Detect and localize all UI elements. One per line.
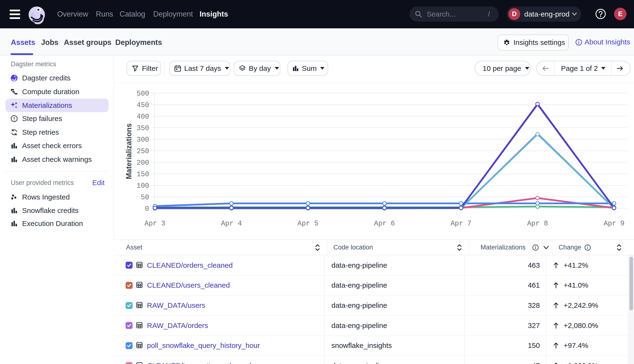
svg-text:Apr 5: Apr 5 [298,220,318,228]
svg-text:100: 100 [137,182,149,190]
svg-text:200: 200 [137,159,149,167]
svg-text:150: 150 [137,170,149,178]
svg-text:Apr 4: Apr 4 [221,220,242,228]
svg-text:Apr 9: Apr 9 [604,220,624,228]
svg-text:50: 50 [141,194,149,202]
svg-text:Apr 6: Apr 6 [374,220,395,228]
svg-text:0: 0 [145,205,149,213]
svg-text:450: 450 [137,101,149,109]
svg-text:350: 350 [137,124,149,132]
svg-text:300: 300 [137,136,149,144]
svg-text:Apr 3: Apr 3 [144,220,165,228]
svg-text:400: 400 [137,113,149,121]
svg-text:Apr 8: Apr 8 [527,220,548,228]
svg-text:250: 250 [137,148,149,155]
svg-text:500: 500 [137,90,149,98]
svg-text:Materializations: Materializations [125,124,133,179]
svg-text:Apr 7: Apr 7 [450,220,472,228]
